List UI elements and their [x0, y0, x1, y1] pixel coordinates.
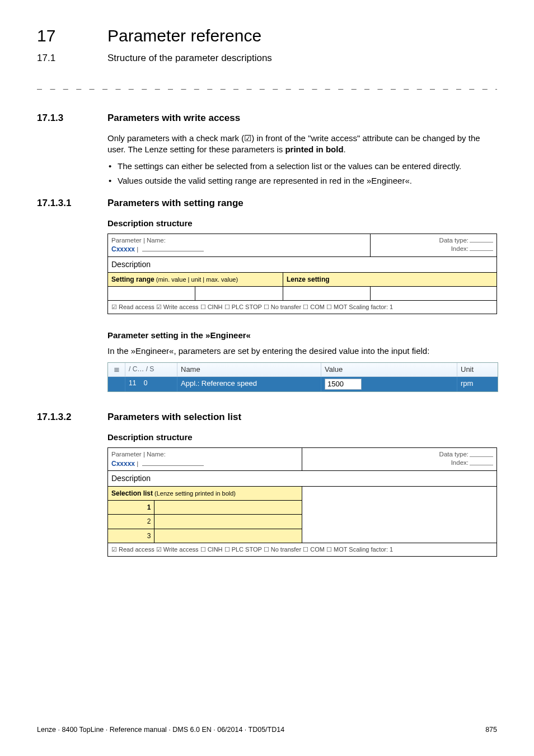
blank-line [142, 459, 204, 465]
section-number: 17.1 [37, 52, 87, 65]
selection-value-bold: 1 [108, 501, 154, 515]
subheading-description-structure: Description structure [107, 218, 497, 229]
selection-value: 2 [108, 515, 154, 529]
description-cell: Description [108, 471, 497, 487]
row-code: 11 [129, 379, 136, 387]
engineer-grid: ≣ / C… / S Name Value Unit 11 0 Appl.: R… [107, 362, 498, 392]
lenze-setting-heading: Lenze setting [287, 276, 330, 283]
blank-line [470, 450, 493, 456]
empty-cell [154, 515, 302, 529]
engineer-grid-row[interactable]: 11 0 Appl.: Reference speed 1500 rpm [108, 377, 498, 391]
heading-17-1-3-num: 17.1.3 [37, 112, 91, 125]
index-label: Index: [451, 460, 469, 466]
chapter-number: 17 [37, 25, 87, 48]
description-cell: Description [108, 256, 497, 272]
setting-range-heading: Setting range [111, 276, 154, 283]
selection-list-sub: (Lenze setting printed in bold) [153, 490, 236, 497]
col-unit-header: Unit [457, 363, 498, 376]
empty-cell [195, 286, 283, 300]
value-input[interactable]: 1500 [325, 379, 362, 390]
chapter-title: Parameter reference [107, 25, 261, 48]
row-sub: 0 [144, 379, 148, 387]
selection-value: 3 [108, 529, 154, 543]
blank-line [142, 245, 204, 251]
attribute-line: ☑ Read access ☑ Write access ☐ CINH ☐ PL… [108, 543, 497, 556]
row-handle [108, 377, 125, 391]
separator-dashes: _ _ _ _ _ _ _ _ _ _ _ _ _ _ _ _ _ _ _ _ … [37, 81, 497, 92]
page-number: 875 [485, 725, 497, 735]
col-flags-header: / C… / S [125, 363, 177, 376]
text: Only parameters with a check mark ( [107, 133, 244, 143]
attribute-line: ☑ Read access ☑ Write access ☐ CINH ☐ PL… [108, 301, 497, 314]
checkmark-glyph: ☑ [244, 133, 251, 143]
pipe: | [135, 246, 140, 253]
section-title: Structure of the parameter descriptions [107, 52, 272, 65]
code-label: Cxxxxx [111, 460, 135, 468]
empty-cell [154, 501, 302, 515]
empty-cell [371, 286, 497, 300]
description-structure-table-selection-list: Parameter | Name: Cxxxxx | Data type: In… [107, 447, 497, 557]
engineer-grid-header: ≣ / C… / S Name Value Unit [108, 363, 498, 377]
heading-17-1-3-2-num: 17.1.3.2 [37, 411, 91, 424]
meta-parameter-name-label: Parameter | Name: [111, 450, 298, 459]
heading-17-1-3-2-title: Parameters with selection list [107, 411, 241, 424]
paragraph: In the »Engineer«, parameters are set by… [107, 346, 497, 357]
data-type-label: Data type: [439, 237, 469, 244]
subheading-engineer-setting: Parameter setting in the »Engineer« [107, 330, 497, 341]
index-label: Index: [451, 245, 469, 252]
setting-range-sub: (min. value | unit | max. value) [154, 276, 238, 283]
blank-line [470, 236, 493, 242]
meta-parameter-name-label: Parameter | Name: [111, 236, 367, 245]
empty-cell [302, 487, 497, 543]
blank-line [470, 459, 493, 465]
footer-left: Lenze · 8400 TopLine · Reference manual … [37, 725, 284, 735]
empty-cell [154, 529, 302, 543]
blank-line [470, 245, 493, 251]
pipe: | [135, 460, 140, 467]
text: . [344, 144, 346, 154]
list-item: Values outside the valid setting range a… [107, 175, 497, 186]
data-type-label: Data type: [439, 451, 469, 458]
heading-17-1-3-title: Parameters with write access [107, 112, 240, 125]
list-item: The settings can either be selected from… [107, 161, 497, 172]
col-value-header: Value [321, 363, 457, 376]
selection-list-heading: Selection list [111, 489, 153, 497]
heading-17-1-3-1-title: Parameters with setting range [107, 197, 243, 210]
text-bold: printed in bold [285, 144, 343, 154]
heading-17-1-3-1-num: 17.1.3.1 [37, 197, 91, 210]
row-param-name: Appl.: Reference speed [177, 377, 321, 391]
row-unit: rpm [457, 377, 498, 391]
subheading-description-structure: Description structure [107, 432, 497, 443]
empty-cell [108, 286, 195, 300]
row-handle-icon: ≣ [108, 363, 125, 376]
empty-cell [283, 286, 370, 300]
paragraph: Only parameters with a check mark (☑) in… [107, 133, 497, 156]
code-label: Cxxxxx [111, 245, 135, 253]
description-structure-table-setting-range: Parameter | Name: Cxxxxx | Data type: In… [107, 234, 497, 314]
col-name-header: Name [177, 363, 321, 376]
